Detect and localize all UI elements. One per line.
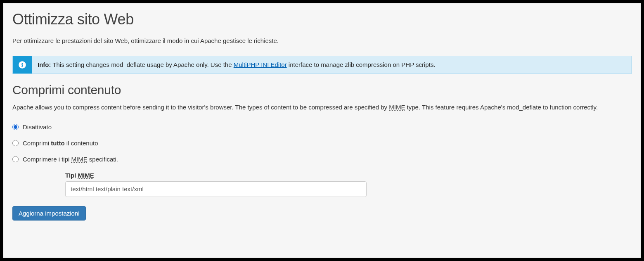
compression-options: Disattivato Comprimi tutto il contenuto … bbox=[12, 123, 632, 197]
mime-label-abbr: MIME bbox=[78, 172, 94, 179]
label-all[interactable]: Comprimi tutto il contenuto bbox=[23, 140, 98, 147]
section-description: Apache allows you to compress content be… bbox=[12, 103, 632, 112]
info-text-after: interface to manage zlib compression on … bbox=[287, 61, 436, 68]
label-mime[interactable]: Comprimere i tipi MIME specificati. bbox=[23, 156, 118, 163]
label-mime-abbr: MIME bbox=[71, 156, 88, 163]
page-container: Ottimizza sito Web Per ottimizzare le pr… bbox=[3, 3, 641, 258]
section-desc-before: Apache allows you to compress content be… bbox=[12, 104, 389, 111]
radio-disabled[interactable] bbox=[12, 124, 19, 130]
radio-all[interactable] bbox=[12, 140, 19, 146]
option-mime-row: Comprimere i tipi MIME specificati. bbox=[12, 156, 632, 163]
label-all-before: Comprimi bbox=[23, 140, 51, 147]
intro-text: Per ottimizzare le prestazioni del sito … bbox=[12, 37, 632, 44]
label-all-after: il contenuto bbox=[65, 140, 98, 147]
mime-label-before: Tipi bbox=[65, 172, 78, 179]
info-text: Info: This setting changes mod_deflate u… bbox=[32, 56, 441, 74]
label-all-bold: tutto bbox=[51, 140, 64, 147]
info-label: Info: bbox=[38, 61, 51, 68]
label-disabled[interactable]: Disattivato bbox=[23, 123, 52, 130]
info-callout: Info: This setting changes mod_deflate u… bbox=[12, 56, 632, 74]
multiphp-link[interactable]: MultiPHP INI Editor bbox=[234, 61, 287, 68]
mime-types-block: Tipi MIME bbox=[65, 172, 632, 197]
option-disabled-row: Disattivato bbox=[12, 123, 632, 130]
section-desc-after: type. This feature requires Apache's mod… bbox=[405, 104, 598, 111]
label-mime-after: specificati. bbox=[88, 156, 118, 163]
mime-abbr: MIME bbox=[389, 104, 405, 111]
page-title: Ottimizza sito Web bbox=[12, 11, 632, 28]
option-all-row: Comprimi tutto il contenuto bbox=[12, 140, 632, 147]
info-icon bbox=[13, 56, 32, 74]
section-title: Comprimi contenuto bbox=[12, 83, 632, 97]
label-mime-before: Comprimere i tipi bbox=[23, 156, 71, 163]
update-settings-button[interactable]: Aggiorna impostazioni bbox=[12, 206, 86, 221]
radio-mime[interactable] bbox=[12, 156, 19, 162]
mime-types-label: Tipi MIME bbox=[65, 172, 632, 179]
mime-types-input[interactable] bbox=[65, 181, 367, 197]
info-text-before: This setting changes mod_deflate usage b… bbox=[51, 61, 233, 68]
